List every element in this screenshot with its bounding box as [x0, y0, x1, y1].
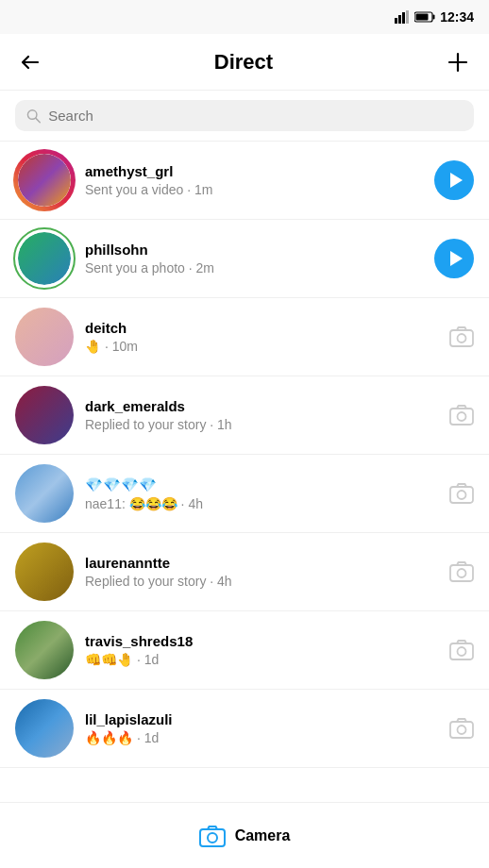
avatar	[15, 621, 74, 679]
camera-icon	[449, 639, 474, 661]
svg-point-18	[458, 569, 466, 577]
conversation-subtitle: Sent you a video · 1m	[85, 182, 423, 197]
conversation-info: dark_emeraldsReplied to your story · 1h	[85, 398, 438, 432]
play-button[interactable]	[434, 160, 474, 200]
conversation-item[interactable]: laurenanntteReplied to your story · 4h	[0, 533, 489, 610]
search-input[interactable]	[48, 108, 463, 124]
conversation-item[interactable]: 💎💎💎💎nae11: 😂😂😂 · 4h	[0, 455, 489, 532]
avatar-wrapper	[15, 308, 74, 366]
conversation-action[interactable]	[434, 239, 474, 278]
camera-icon	[449, 560, 474, 583]
avatar-wrapper	[15, 151, 74, 209]
svg-point-16	[458, 491, 466, 499]
conversation-item[interactable]: travis_shreds18👊👊🤚 · 1d	[0, 611, 489, 689]
svg-point-24	[208, 833, 217, 843]
conversation-info: deitch🤚 · 10m	[85, 320, 438, 354]
conversation-info: lil_lapislazuli🔥🔥🔥 · 1d	[85, 711, 438, 745]
status-bar: 12:34	[0, 0, 489, 34]
svg-rect-23	[200, 829, 225, 846]
avatar-face	[18, 154, 71, 207]
svg-rect-11	[450, 330, 473, 346]
avatar	[15, 464, 74, 523]
svg-rect-19	[450, 643, 473, 659]
camera-bar[interactable]: Camera	[0, 802, 489, 868]
conversation-name: 💎💎💎💎	[85, 476, 438, 493]
conversation-info: amethyst_grlSent you a video · 1m	[85, 163, 423, 197]
avatar-wrapper	[15, 386, 74, 444]
svg-point-12	[458, 334, 466, 342]
conversation-subtitle: 🔥🔥🔥 · 1d	[85, 730, 438, 745]
avatar	[15, 699, 74, 758]
avatar-wrapper	[15, 542, 74, 601]
svg-point-22	[458, 726, 466, 734]
new-message-button[interactable]	[442, 46, 474, 78]
conversation-name: travis_shreds18	[85, 633, 438, 649]
avatar	[15, 542, 74, 601]
avatar-wrapper	[15, 229, 74, 288]
avatar-wrapper	[15, 464, 74, 523]
avatar-wrapper	[15, 699, 74, 758]
conversation-action[interactable]	[449, 326, 474, 348]
list-divider	[0, 767, 489, 768]
conversation-action[interactable]	[449, 717, 474, 740]
svg-marker-10	[450, 251, 463, 266]
conversation-info: phillsohnSent you a photo · 2m	[85, 242, 423, 275]
conversation-item[interactable]: dark_emeraldsReplied to your story · 1h	[0, 376, 489, 454]
conversation-item[interactable]: amethyst_grlSent you a video · 1m	[0, 142, 489, 219]
plus-icon	[446, 50, 470, 75]
play-button[interactable]	[434, 239, 474, 278]
avatar	[15, 386, 74, 444]
camera-bottom-icon	[199, 825, 226, 847]
conversation-item[interactable]: phillsohnSent you a photo · 2m	[0, 220, 489, 297]
status-icons: 12:34	[395, 9, 474, 25]
avatar	[18, 232, 71, 285]
search-bar	[0, 91, 489, 141]
page-title: Direct	[214, 50, 273, 75]
conversation-action[interactable]	[434, 160, 474, 200]
conversation-subtitle: Replied to your story · 4h	[85, 574, 438, 589]
svg-rect-15	[450, 487, 473, 503]
camera-icon	[449, 404, 474, 426]
conversation-action[interactable]	[449, 482, 474, 505]
conversation-info: 💎💎💎💎nae11: 😂😂😂 · 4h	[85, 476, 438, 511]
svg-rect-21	[450, 722, 473, 738]
conversation-item[interactable]: deitch🤚 · 10m	[0, 298, 489, 376]
conversation-list: amethyst_grlSent you a video · 1mphillso…	[0, 142, 489, 798]
conversation-subtitle: nae11: 😂😂😂 · 4h	[85, 496, 438, 511]
svg-rect-0	[395, 18, 397, 24]
conversation-name: deitch	[85, 320, 438, 336]
conversation-action[interactable]	[449, 639, 474, 661]
avatar	[15, 308, 74, 366]
svg-line-8	[36, 118, 40, 122]
conversation-name: laurenanntte	[85, 555, 438, 571]
conversation-subtitle: Replied to your story · 1h	[85, 417, 438, 432]
svg-rect-6	[416, 14, 429, 21]
svg-rect-2	[402, 12, 405, 24]
battery-icon	[414, 11, 435, 23]
avatar	[18, 154, 71, 207]
header: Direct	[0, 34, 489, 91]
back-button[interactable]	[15, 47, 45, 77]
search-wrapper[interactable]	[15, 100, 474, 131]
svg-rect-3	[406, 10, 409, 24]
camera-icon	[449, 717, 474, 740]
avatar-wrapper	[15, 621, 74, 679]
conversation-info: travis_shreds18👊👊🤚 · 1d	[85, 633, 438, 667]
conversation-action[interactable]	[449, 404, 474, 426]
svg-rect-5	[433, 15, 435, 20]
status-time: 12:34	[440, 9, 474, 25]
svg-point-14	[458, 412, 466, 421]
conversation-name: amethyst_grl	[85, 163, 423, 179]
svg-rect-17	[450, 565, 473, 581]
conversation-item[interactable]: lil_lapislazuli🔥🔥🔥 · 1d	[0, 690, 489, 767]
signal-icon	[395, 10, 410, 24]
conversation-name: dark_emeralds	[85, 398, 438, 414]
avatar-face	[18, 232, 71, 285]
search-icon	[26, 108, 41, 124]
back-icon	[19, 51, 42, 74]
play-icon	[448, 172, 464, 189]
conversation-info: laurenanntteReplied to your story · 4h	[85, 555, 438, 589]
conversation-name: lil_lapislazuli	[85, 711, 438, 727]
play-icon	[448, 250, 464, 267]
conversation-action[interactable]	[449, 560, 474, 583]
